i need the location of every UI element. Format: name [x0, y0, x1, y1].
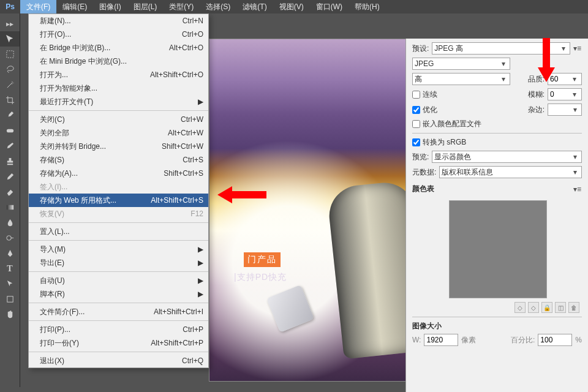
menu-item-0[interactable]: 新建(N)...Ctrl+N [29, 14, 208, 28]
embed-profile-label: 嵌入颜色配置文件 [423, 119, 481, 129]
heal-tool[interactable] [0, 123, 20, 138]
blur-tool[interactable] [0, 215, 20, 230]
pen-tool[interactable] [0, 246, 20, 261]
menu-item-label: 关闭并转到 Bridge... [40, 141, 106, 152]
gradient-tool[interactable] [0, 200, 20, 215]
file-menu-dropdown: 新建(N)...Ctrl+N打开(O)...Ctrl+O在 Bridge 中浏览… [28, 13, 209, 368]
marquee-tool[interactable] [0, 47, 20, 62]
submenu-arrow-icon: ▶ [198, 97, 203, 106]
menu-filter[interactable]: 滤镜(T) [236, 0, 273, 13]
type-tool[interactable]: T [0, 261, 20, 276]
optimized-checkbox[interactable]: 优化 [412, 105, 437, 115]
swatch-btn-4[interactable]: ◫ [555, 302, 566, 313]
dodge-tool[interactable] [0, 230, 20, 246]
menu-item-8[interactable]: 关闭(C)Ctrl+W [29, 113, 208, 126]
menu-shortcut: Ctrl+Q [182, 356, 203, 365]
panel-flyout-icon[interactable]: ▾≡ [573, 44, 582, 53]
menu-separator [29, 240, 208, 241]
blur-input[interactable] [550, 90, 570, 99]
menu-item-25[interactable]: 文件简介(F)...Alt+Shift+Ctrl+I [29, 305, 208, 318]
menu-item-5[interactable]: 打开为智能对象... [29, 81, 208, 95]
lasso-tool[interactable] [0, 62, 20, 77]
menu-item-1[interactable]: 打开(O)...Ctrl+O [29, 28, 208, 41]
progressive-label: 连续 [423, 89, 437, 100]
menu-file[interactable]: 文件(F) [20, 0, 56, 13]
menu-item-28[interactable]: 打印一份(Y)Alt+Shift+Ctrl+P [29, 336, 208, 350]
menu-shortcut: F12 [190, 209, 203, 218]
eraser-tool[interactable] [0, 184, 20, 200]
menu-item-label: 打开(O)... [40, 29, 71, 40]
menu-type[interactable]: 类型(Y) [163, 0, 200, 13]
quality-preset-select[interactable]: 高 ▾ [412, 73, 510, 85]
crop-tool[interactable] [0, 92, 20, 108]
matte-select[interactable]: ▾ [548, 104, 582, 116]
menu-item-23[interactable]: 脚本(R)▶ [29, 287, 208, 301]
menu-item-label: 存储为 Web 所用格式... [40, 195, 116, 206]
menu-item-22[interactable]: 自动(U)▶ [29, 274, 208, 287]
width-spinner[interactable] [424, 334, 458, 346]
width-input[interactable] [426, 336, 446, 344]
menu-item-label: 关闭(C) [40, 115, 65, 125]
menu-shortcut: Alt+Ctrl+W [168, 129, 203, 137]
brush-tool[interactable] [0, 138, 20, 154]
chevron-down-icon: ▾ [570, 90, 579, 99]
move-tool[interactable] [0, 31, 20, 47]
chevron-down-icon: ▾ [570, 168, 579, 176]
menu-shortcut: Ctrl+W [181, 115, 203, 124]
preview-select[interactable]: 显示器颜色 ▾ [432, 151, 582, 163]
shape-tool[interactable] [0, 292, 20, 307]
eyedropper-tool[interactable] [0, 108, 20, 123]
menu-item-6[interactable]: 最近打开文件(T)▶ [29, 95, 208, 108]
path-select-tool[interactable] [0, 276, 20, 292]
percent-spinner[interactable] [538, 334, 572, 346]
preview-value: 显示器颜色 [434, 152, 471, 162]
metadata-value: 版权和联系信息 [442, 167, 493, 178]
hand-tool[interactable] [0, 307, 20, 322]
menu-item-10[interactable]: 关闭并转到 Bridge...Shift+Ctrl+W [29, 140, 208, 153]
width-unit: 像素 [461, 335, 476, 345]
history-brush-tool[interactable] [0, 169, 20, 184]
blur-spinner[interactable]: ▾ [548, 88, 582, 100]
svg-rect-2 [6, 205, 13, 210]
menu-item-30[interactable]: 退出(X)Ctrl+Q [29, 354, 208, 368]
menu-shortcut: Shift+Ctrl+W [162, 142, 203, 151]
metadata-select[interactable]: 版权和联系信息 ▾ [439, 166, 582, 178]
width-label: W: [412, 336, 421, 344]
embed-profile-checkbox[interactable]: 嵌入颜色配置文件 [412, 119, 481, 129]
format-select[interactable]: JPEG ▾ [412, 58, 510, 70]
image-size-title: 图像大小 [412, 321, 582, 331]
swatch-btn-5[interactable]: 🗑 [568, 302, 579, 313]
menu-view[interactable]: 视图(V) [273, 0, 310, 13]
swatch-btn-2[interactable]: ◇ [528, 302, 539, 313]
swatch-btn-1[interactable]: ◇ [514, 302, 526, 313]
menu-layer[interactable]: 图层(L) [127, 0, 164, 13]
menu-item-3[interactable]: 在 Mini Bridge 中浏览(G)... [29, 55, 208, 68]
menu-item-17[interactable]: 置入(L)... [29, 225, 208, 238]
divider [412, 317, 582, 317]
percent-input[interactable] [540, 336, 560, 344]
menu-edit[interactable]: 编辑(E) [56, 0, 93, 13]
menu-window[interactable]: 窗口(W) [310, 0, 349, 13]
convert-srgb-checkbox[interactable]: 转换为 sRGB [412, 137, 466, 148]
menu-item-4[interactable]: 打开为...Alt+Shift+Ctrl+O [29, 68, 208, 81]
menu-image[interactable]: 图像(I) [93, 0, 127, 13]
menu-item-11[interactable]: 存储(S)Ctrl+S [29, 153, 208, 167]
menu-item-19[interactable]: 导入(M)▶ [29, 243, 208, 256]
menu-help[interactable]: 帮助(H) [349, 0, 386, 13]
menu-select[interactable]: 选择(S) [200, 0, 236, 13]
menu-item-20[interactable]: 导出(E)▶ [29, 256, 208, 270]
swatch-btn-3[interactable]: 🔒 [541, 302, 552, 313]
menu-item-27[interactable]: 打印(P)...Ctrl+P [29, 323, 208, 336]
menu-item-12[interactable]: 存储为(A)...Shift+Ctrl+S [29, 167, 208, 180]
stamp-tool[interactable] [0, 154, 20, 169]
color-table-flyout-icon[interactable]: ▾≡ [573, 185, 582, 194]
wand-tool[interactable] [0, 77, 20, 92]
svg-point-3 [6, 236, 11, 241]
expand-icon[interactable]: ▸▸ [0, 16, 20, 31]
menu-shortcut: Alt+Shift+Ctrl+S [151, 196, 203, 205]
menu-item-14[interactable]: 存储为 Web 所用格式...Alt+Shift+Ctrl+S [29, 194, 208, 207]
menu-item-2[interactable]: 在 Bridge 中浏览(B)...Alt+Ctrl+O [29, 41, 208, 55]
menu-item-9[interactable]: 关闭全部Alt+Ctrl+W [29, 126, 208, 140]
svg-marker-5 [217, 186, 266, 203]
progressive-checkbox[interactable]: 连续 [412, 89, 437, 100]
